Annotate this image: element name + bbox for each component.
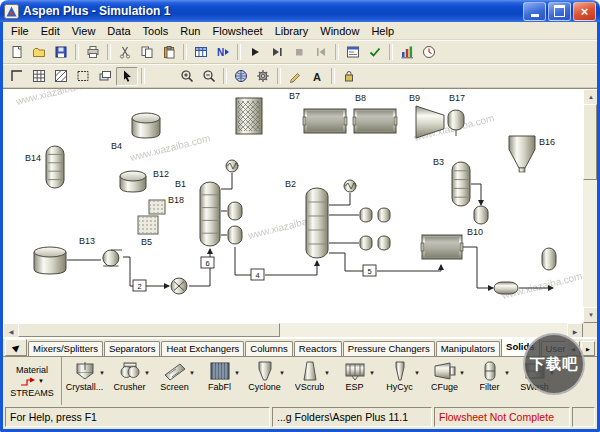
scroll-left-button[interactable]: ◀: [3, 323, 19, 337]
model-dropdown-arrow[interactable]: ▼: [324, 370, 330, 376]
tab-pressure-changers[interactable]: Pressure Changers: [343, 341, 435, 356]
model-hycyc[interactable]: ▼HyCyc: [377, 357, 422, 405]
stream-box-4[interactable]: 4: [251, 269, 264, 280]
model-dropdown-arrow[interactable]: ▼: [234, 370, 240, 376]
block-B15[interactable]: [421, 235, 463, 259]
block-B2[interactable]: [306, 188, 328, 258]
control-panel-button[interactable]: [342, 43, 364, 62]
run-button[interactable]: [244, 43, 266, 62]
stream-line-6[interactable]: [329, 253, 363, 271]
step-button[interactable]: [266, 43, 288, 62]
block-D2[interactable]: [378, 208, 390, 222]
stream-box-5[interactable]: 5: [363, 265, 376, 276]
vertical-scroll-thumb[interactable]: [583, 104, 597, 180]
history-button[interactable]: [418, 43, 440, 62]
menu-help[interactable]: Help: [365, 24, 400, 38]
model-dropdown-arrow[interactable]: ▼: [369, 370, 375, 376]
horizontal-scrollbar[interactable]: ◀ ▶: [3, 323, 583, 337]
resize-grip[interactable]: [572, 407, 595, 427]
block-B13[interactable]: [103, 250, 122, 266]
stream-line-7[interactable]: [377, 265, 441, 271]
block-B14[interactable]: [46, 146, 64, 188]
settings-button[interactable]: [252, 67, 274, 86]
tab-heat-exchangers[interactable]: Heat Exchangers: [161, 341, 244, 356]
model-crusher[interactable]: ▼Crusher: [107, 357, 152, 405]
zoom-in-button[interactable]: [176, 67, 198, 86]
print-button[interactable]: [82, 43, 104, 62]
block-B2V[interactable]: [344, 180, 357, 192]
model-dropdown-arrow[interactable]: ▼: [414, 370, 420, 376]
close-button[interactable]: ×: [573, 2, 596, 21]
data-browser-button[interactable]: [190, 43, 212, 62]
menu-library[interactable]: Library: [269, 24, 315, 38]
stream-box-2[interactable]: 2: [133, 280, 146, 291]
stream-line-10[interactable]: [221, 173, 232, 189]
block-B11[interactable]: [494, 282, 518, 294]
minimize-button[interactable]: [523, 2, 546, 21]
model-dropdown-arrow[interactable]: ▼: [99, 370, 105, 376]
model-filter[interactable]: ▼Filter: [467, 357, 512, 405]
menu-view[interactable]: View: [66, 24, 102, 38]
scroll-down-button[interactable]: ▼: [583, 307, 597, 323]
menu-tools[interactable]: Tools: [137, 24, 175, 38]
vertical-scrollbar[interactable]: ▲ ▼: [583, 89, 597, 323]
model-dropdown-arrow[interactable]: ▼: [144, 370, 150, 376]
menu-flowsheet[interactable]: Flowsheet: [206, 24, 268, 38]
block-B1B[interactable]: [228, 226, 242, 244]
block-B16[interactable]: [509, 136, 535, 172]
model-crystallizer[interactable]: ▼Crystall...: [62, 357, 107, 405]
cut-button[interactable]: [114, 43, 136, 62]
block-B4[interactable]: [132, 113, 160, 138]
save-button[interactable]: [50, 43, 72, 62]
next-button[interactable]: N: [212, 43, 234, 62]
tab-mixers-splitters[interactable]: Mixers/Splitters: [28, 341, 103, 356]
model-fabfl[interactable]: ▼FabFl: [197, 357, 242, 405]
lock-flowsheet-button[interactable]: [338, 67, 360, 86]
menu-file[interactable]: File: [5, 24, 35, 38]
view-area-button[interactable]: [72, 67, 94, 86]
stream-line-11[interactable]: [329, 193, 350, 205]
block-B1[interactable]: [200, 182, 220, 246]
tab-separators[interactable]: Separators: [104, 341, 160, 356]
menu-edit[interactable]: Edit: [35, 24, 66, 38]
hatch-section-button[interactable]: [50, 67, 72, 86]
model-dropdown-arrow[interactable]: ▼: [504, 370, 510, 376]
plot-wizard-button[interactable]: [396, 43, 418, 62]
annotate-button[interactable]: [284, 67, 306, 86]
toggle-grid-button[interactable]: [28, 67, 50, 86]
text-format-button[interactable]: A: [306, 67, 328, 86]
stream-box-6[interactable]: 6: [201, 257, 214, 268]
stream-line-5[interactable]: [265, 261, 317, 275]
block-D1[interactable]: [360, 208, 372, 222]
flowsheet-canvas[interactable]: www.xiazaiba.comwww.xiazaiba.comwww.xiaz…: [3, 89, 583, 336]
block-B5[interactable]: [138, 216, 158, 234]
tab-reactors[interactable]: Reactors: [294, 341, 342, 356]
model-dropdown-arrow[interactable]: ▼: [189, 370, 195, 376]
menu-window[interactable]: Window: [314, 24, 365, 38]
layers-button[interactable]: [94, 67, 116, 86]
menu-run[interactable]: Run: [174, 24, 206, 38]
insert-section-button[interactable]: [6, 67, 28, 86]
model-screen[interactable]: ▼Screen: [152, 357, 197, 405]
model-esp[interactable]: ▼ESP: [332, 357, 377, 405]
block-B1V[interactable]: [226, 160, 239, 172]
model-cfuge[interactable]: ▼CFuge: [422, 357, 467, 405]
model-dropdown-arrow[interactable]: ▼: [279, 370, 285, 376]
model-cyclone[interactable]: ▼Cyclone: [242, 357, 287, 405]
block-B3[interactable]: [452, 162, 470, 206]
stop-button[interactable]: [288, 43, 310, 62]
tab-manipulators[interactable]: Manipulators: [436, 341, 500, 356]
block-D3[interactable]: [360, 236, 372, 250]
block-B18[interactable]: [149, 200, 165, 214]
model-vscrub[interactable]: ▼VScrub: [287, 357, 332, 405]
block-B1A[interactable]: [228, 202, 242, 220]
paste-button[interactable]: [158, 43, 180, 62]
block-B10[interactable]: [474, 206, 488, 224]
block-B12[interactable]: [120, 171, 146, 192]
global-data-button[interactable]: [230, 67, 252, 86]
select-mode-button[interactable]: [116, 67, 138, 86]
block-B8B[interactable]: [353, 109, 397, 133]
scroll-up-button[interactable]: ▲: [583, 89, 597, 105]
block-B6[interactable]: [171, 278, 187, 294]
block-B7[interactable]: [236, 98, 262, 134]
